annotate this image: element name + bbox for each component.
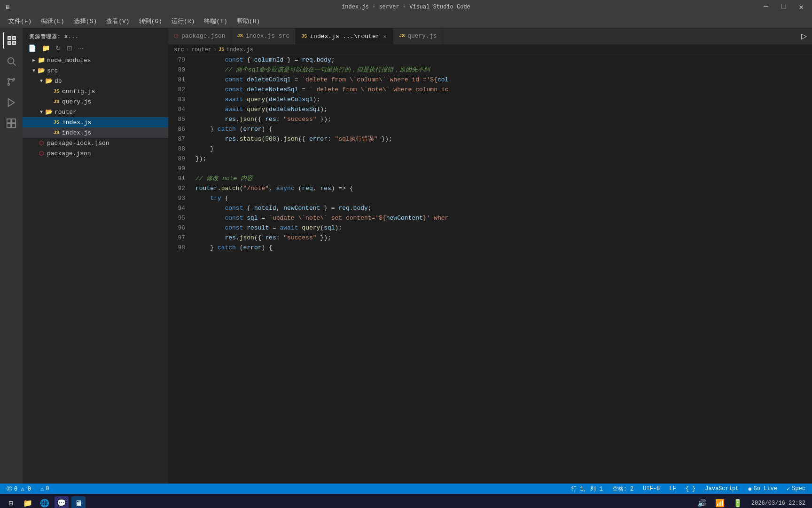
status-errors[interactable]: ⚠ 0 — [39, 485, 51, 492]
activity-source-control[interactable] — [3, 73, 20, 90]
status-position[interactable]: 行 1, 列 1 — [569, 485, 604, 493]
menu-bar: 文件(F) 编辑(E) 选择(S) 查看(V) 转到(G) 运行(R) 终端(T… — [0, 14, 812, 28]
status-language-text: JavaScript — [705, 485, 739, 492]
code-line-87: res.status(500).json({ error: "sql执行错误" … — [195, 134, 812, 144]
status-encoding[interactable]: UTF-8 — [641, 485, 662, 492]
status-golive[interactable]: ◉ Go Live — [746, 485, 779, 492]
breadcrumb-index-js[interactable]: index.js — [226, 47, 253, 53]
tree-item-src[interactable]: ▼ 📂 src — [23, 65, 168, 76]
svg-rect-12 — [12, 119, 16, 123]
js-icon-config-js: JS — [53, 87, 60, 95]
tab-close-index-js-router[interactable]: ✕ — [383, 33, 388, 40]
tree-arrow-db: ▼ — [38, 77, 45, 85]
taskbar-browser[interactable]: 🌐 — [38, 496, 52, 508]
tab-index-js-router[interactable]: JS index.js ...\router ✕ — [296, 28, 393, 44]
title-bar-icon: 🖥 — [5, 4, 10, 11]
taskbar-sound-icon[interactable]: 🔊 — [695, 496, 709, 508]
tree-arrow-node-modules: ▶ — [30, 56, 38, 64]
code-line-88: } — [195, 144, 812, 154]
menu-goto[interactable]: 转到(G) — [134, 15, 167, 27]
taskbar-file-explorer[interactable]: 📁 — [21, 496, 35, 508]
tree-item-package-json[interactable]: ⬡ package.json — [23, 148, 168, 159]
activity-search[interactable] — [3, 53, 20, 70]
folder-icon-node-modules: 📁 — [38, 56, 45, 64]
breadcrumb-router[interactable]: router — [191, 47, 211, 53]
menu-select[interactable]: 选择(S) — [69, 15, 102, 27]
tab-package-json-root[interactable]: ⬡ package.json — [168, 28, 232, 44]
close-button[interactable]: ✕ — [795, 2, 807, 12]
tab-icon-index-js-router: JS — [301, 34, 307, 39]
taskbar-right: 🔊 📶 🔋 2026/03/16 22:32 — [695, 496, 808, 508]
tree-label-query-js-db: query.js — [62, 98, 164, 105]
status-eol[interactable]: LF — [667, 485, 678, 492]
status-spec[interactable]: ✓ Spec — [785, 485, 807, 492]
code-line-83: await query(deleteColsql); — [195, 95, 812, 104]
tree-item-node-modules[interactable]: ▶ 📁 node_modules — [23, 55, 168, 65]
tree-label-node-modules: node_modules — [47, 57, 164, 64]
taskbar-battery-icon[interactable]: 🔋 — [731, 496, 745, 508]
activity-explorer[interactable] — [3, 32, 20, 49]
status-bar-right: 行 1, 列 1 空格: 2 UTF-8 LF { } JavaScript ◉… — [569, 485, 807, 493]
taskbar-start-button[interactable]: ⊞ — [4, 496, 18, 508]
tab-bar: ⬡ package.json JS index.js src JS index.… — [168, 28, 812, 45]
taskbar-network-icon[interactable]: 📶 — [713, 496, 727, 508]
tree-item-router[interactable]: ▼ 📂 router — [23, 107, 168, 117]
tab-label-index-js-src: index.js src — [246, 32, 290, 40]
sidebar: 资源管理器: S... 📄 📁 ↻ ⊡ ··· ▶ 📁 node_modules… — [23, 28, 168, 484]
sidebar-title: 资源管理器: S... — [29, 33, 79, 40]
taskbar-vscode[interactable]: 🖥 — [71, 496, 86, 508]
tree-item-index-js-router[interactable]: JS index.js — [23, 117, 168, 127]
sidebar-header: 资源管理器: S... — [23, 28, 168, 43]
taskbar-left: ⊞ 📁 🌐 💬 🖥 — [4, 496, 86, 508]
tab-label-query-js: query.js — [407, 32, 437, 40]
more-button[interactable]: ··· — [76, 43, 86, 53]
refresh-button[interactable]: ↻ — [54, 43, 63, 53]
activity-bar — [0, 28, 23, 484]
status-eol-text: LF — [669, 485, 676, 492]
code-line-96: const result = await query(sql); — [195, 223, 812, 233]
svg-rect-14 — [12, 124, 16, 127]
new-file-button[interactable]: 📄 — [26, 43, 38, 53]
status-golive-text: Go Live — [754, 485, 777, 492]
breadcrumb: src › router › JS index.js — [168, 45, 812, 55]
run-button[interactable]: ▷ — [796, 28, 812, 44]
npm-icon-package-lock: ⬡ — [38, 139, 45, 147]
activity-extensions[interactable] — [3, 115, 20, 132]
tab-label-package-json-root: package.json — [181, 32, 226, 40]
menu-terminal[interactable]: 终端(T) — [199, 15, 232, 27]
svg-point-6 — [8, 79, 10, 80]
maximize-button[interactable]: □ — [778, 2, 790, 12]
tree-item-package-lock-json[interactable]: ⬡ package-lock.json — [23, 138, 168, 148]
new-folder-button[interactable]: 📁 — [40, 43, 52, 53]
tab-query-js[interactable]: JS query.js — [393, 28, 443, 44]
tree-item-config-js[interactable]: JS config.js — [23, 86, 168, 96]
breadcrumb-src[interactable]: src — [174, 47, 184, 53]
status-language[interactable]: JavaScript — [703, 485, 741, 492]
activity-debug[interactable] — [3, 94, 20, 111]
title-bar-controls[interactable]: ─ □ ✕ — [760, 2, 807, 12]
tree-item-db[interactable]: ▼ 📂 db — [23, 76, 168, 86]
menu-help[interactable]: 帮助(H) — [232, 15, 265, 27]
menu-run[interactable]: 运行(R) — [167, 15, 199, 27]
menu-edit[interactable]: 编辑(E) — [36, 15, 69, 27]
tree-arrow-config-js — [45, 87, 53, 95]
tree-item-query-js-db[interactable]: JS query.js — [23, 96, 168, 107]
status-git[interactable]: ⓪ 0 △ 0 — [5, 485, 33, 493]
js-icon-query-js-db: JS — [53, 98, 60, 105]
taskbar-chat[interactable]: 💬 — [55, 496, 69, 508]
code-line-79: const { columnId } = req.body; — [195, 55, 812, 65]
tree-label-package-json: package.json — [47, 150, 164, 157]
tab-index-js-src[interactable]: JS index.js src — [232, 28, 296, 44]
tree-arrow-router: ▼ — [38, 108, 45, 116]
code-editor[interactable]: const { columnId } = req.body; // 两个sql命… — [192, 55, 812, 484]
minimize-button[interactable]: ─ — [760, 2, 772, 12]
tree-item-index-js-2[interactable]: JS index.js — [23, 127, 168, 138]
taskbar-datetime[interactable]: 2026/03/16 22:32 — [749, 500, 808, 507]
collapse-button[interactable]: ⊡ — [65, 43, 74, 53]
status-spaces[interactable]: 空格: 2 — [610, 485, 636, 493]
menu-view[interactable]: 查看(V) — [102, 15, 134, 27]
editor-content[interactable]: 79 80 81 82 83 84 85 86 87 88 89 90 91 9… — [168, 55, 812, 484]
error-icon: ⚠ — [40, 485, 44, 492]
menu-file[interactable]: 文件(F) — [4, 15, 36, 27]
status-braces[interactable]: { } — [684, 485, 698, 492]
